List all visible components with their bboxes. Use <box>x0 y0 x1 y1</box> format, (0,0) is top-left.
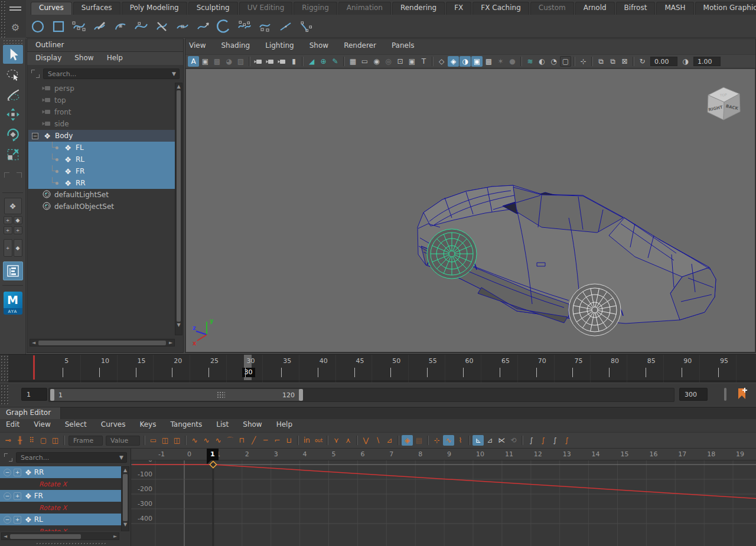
outliner-item-defaultLightSet[interactable]: defaultLightSet <box>28 189 176 201</box>
frame-center-view-icon[interactable]: ◫ <box>159 435 171 446</box>
layout-single-pane-button[interactable]: ❖ <box>4 198 22 214</box>
shelf-tab-animation[interactable]: Animation <box>338 2 391 15</box>
curve-smooth-4-icon[interactable]: ∫ <box>561 435 572 446</box>
range-end-handle[interactable] <box>299 389 303 401</box>
range-slider-track[interactable]: 1 120 <box>48 388 674 402</box>
camera-bookmark-icon[interactable]: ▮ <box>288 56 299 67</box>
scroll-up-icon[interactable]: ▲ <box>122 467 129 474</box>
chevron-down-icon[interactable]: ▼ <box>119 455 123 460</box>
range-divider-handle[interactable] <box>724 388 726 401</box>
outliner-item-top[interactable]: top <box>28 94 176 106</box>
move-key-mode-icon[interactable]: ⊹ <box>431 435 442 446</box>
collapse-icon[interactable]: − <box>4 469 11 476</box>
layout-outliner-persp-button[interactable] <box>3 261 23 280</box>
outliner-item-RL[interactable]: ❖RL <box>28 153 176 165</box>
range-grip-dots[interactable] <box>217 391 225 398</box>
safe-action-icon[interactable]: ▣ <box>406 56 418 67</box>
time-slider[interactable]: 30 5101520253035404550556065707580859095 <box>0 354 756 382</box>
bookmark-add-icon[interactable] <box>736 387 749 402</box>
outliner-item-FR[interactable]: ❖FR <box>28 165 176 177</box>
frame-all-keys-icon[interactable]: ◫ <box>171 435 183 446</box>
plateau-tangent-icon[interactable]: ⊔ <box>284 435 295 446</box>
shelf-tab-mash[interactable]: MASH <box>656 2 693 15</box>
range-end-field[interactable]: 300 <box>679 388 708 401</box>
add-points-tool-icon[interactable] <box>297 17 316 36</box>
graph-search-input[interactable] <box>19 453 119 462</box>
shelf-tab-rendering[interactable]: Rendering <box>392 2 445 15</box>
object-select-mode-icon[interactable]: ⊹ <box>578 56 589 67</box>
occlusion-toggle-icon[interactable]: ◐ <box>536 56 548 67</box>
scroll-right-icon[interactable]: ► <box>112 533 119 540</box>
outliner-item-Body[interactable]: −❖Body <box>28 130 176 142</box>
arc-tool-icon[interactable] <box>214 17 233 36</box>
exposure-field[interactable]: 0.00 <box>650 57 677 66</box>
shelf-tab-curves[interactable]: Curves <box>31 2 72 15</box>
layout-left-pane-button[interactable]: ＋ <box>4 239 12 257</box>
graph-channel-RR[interactable]: −+❖RR <box>0 466 121 478</box>
lattice-deform-keys-icon[interactable]: ⠿ <box>26 435 37 446</box>
spline-tangent-icon[interactable]: ⌒ <box>224 435 236 446</box>
isolate-selected-icon[interactable]: ⧉ <box>595 56 607 67</box>
graph-vscroll-thumb[interactable] <box>123 474 128 521</box>
channel-attr-RR[interactable]: Rotate X <box>0 478 121 490</box>
shelf-tab-sculpting[interactable]: Sculpting <box>188 2 238 15</box>
value-snap-icon[interactable]: ⌇ <box>455 435 466 446</box>
shelf-tab-bifrost[interactable]: Bifrost <box>616 2 656 15</box>
outliner-item-FL[interactable]: ❖FL <box>28 142 176 153</box>
motion-blur-toggle-icon[interactable]: ◔ <box>548 56 559 67</box>
graph-menu-list[interactable]: List <box>216 420 229 432</box>
auto-tangent-custom-icon[interactable]: ∿ <box>213 435 224 446</box>
graph-hscroll-thumb[interactable] <box>10 534 81 539</box>
graph-vscrollbar[interactable]: ▲ ▼ <box>121 466 129 531</box>
graph-hscrollbar[interactable]: ◄ ► <box>1 532 119 540</box>
layout-pane-b-button[interactable]: ◆ <box>14 216 22 224</box>
extend-curve-icon[interactable] <box>194 17 213 36</box>
select-by-letter-icon[interactable]: A <box>188 56 199 67</box>
graph-plot[interactable]: 0-100-200-300-400 <box>131 460 756 546</box>
outliner-item-side[interactable]: side <box>28 118 176 130</box>
insert-knot-icon[interactable] <box>173 17 192 36</box>
exposure-toggle-icon[interactable]: ↻ <box>637 56 648 67</box>
outliner-item-defaultObjectSet[interactable]: defaultObjectSet <box>28 201 176 212</box>
free-tangent-weight-icon[interactable]: ⋁ <box>360 435 372 446</box>
shelf-tab-motion-graphics[interactable]: Motion Graphics <box>695 2 756 15</box>
outliner-item-front[interactable]: front <box>28 106 176 118</box>
shelf-tab-poly-modeling[interactable]: Poly Modeling <box>122 2 187 15</box>
graph-menu-view[interactable]: View <box>34 420 50 432</box>
shelf-tab-arnold[interactable]: Arnold <box>575 2 615 15</box>
outliner-vscroll-thumb[interactable] <box>177 90 181 322</box>
graph-menu-edit[interactable]: Edit <box>6 420 19 432</box>
collapse-icon[interactable]: − <box>4 492 11 500</box>
viewport-menu-panels[interactable]: Panels <box>392 41 415 53</box>
graph-menu-help[interactable]: Help <box>276 420 292 432</box>
maya-logo[interactable]: M AYA <box>4 292 22 315</box>
scroll-down-icon[interactable]: ▼ <box>122 521 129 528</box>
graph-current-frame-box[interactable]: 1 <box>207 449 219 460</box>
graph-menu-select[interactable]: Select <box>65 420 87 432</box>
rangeslider-drag-handle[interactable] <box>0 384 8 404</box>
shelf-tab-fx-caching[interactable]: FX Caching <box>472 2 529 15</box>
keyframe-tick[interactable] <box>33 355 35 380</box>
scale-tool[interactable] <box>3 145 23 164</box>
grid-toggle-icon[interactable]: ▦ <box>347 56 359 67</box>
shadows-toggle-icon[interactable]: ● <box>507 56 518 67</box>
graph-view[interactable]: -10123456789101112131415161718191 0-100-… <box>131 449 756 546</box>
viewport-menu-show[interactable]: Show <box>309 41 328 53</box>
scroll-right-icon[interactable]: ► <box>167 339 174 346</box>
curve-smooth-3-icon[interactable]: ∫ <box>549 435 561 446</box>
lights-toggle-icon[interactable]: ✶ <box>495 56 506 67</box>
normalized-view-icon[interactable]: ⋉ <box>496 435 507 446</box>
three-point-arc-icon[interactable] <box>111 17 130 36</box>
curve-smooth-1-icon[interactable]: ∫ <box>526 435 537 446</box>
expand-icon[interactable]: + <box>14 492 21 500</box>
region-keys-tool-icon[interactable]: ▢ <box>38 435 49 446</box>
absolute-view-icon[interactable]: ⊾ <box>472 435 484 446</box>
paint-select-tool[interactable] <box>3 85 23 104</box>
timeslider-ruler[interactable]: 30 5101520253035404550556065707580859095 <box>8 355 756 382</box>
graph-channel-RL[interactable]: −+❖RL <box>0 514 121 525</box>
resolution-gate-icon[interactable]: ◉ <box>371 56 382 67</box>
buffer-curve-snapshot-icon[interactable]: ◈ <box>402 435 413 446</box>
viewport-menu-lighting[interactable]: Lighting <box>265 41 294 53</box>
graph-menu-tangents[interactable]: Tangents <box>170 420 202 432</box>
auto-tangent-mix-icon[interactable]: ∿ <box>201 435 212 446</box>
